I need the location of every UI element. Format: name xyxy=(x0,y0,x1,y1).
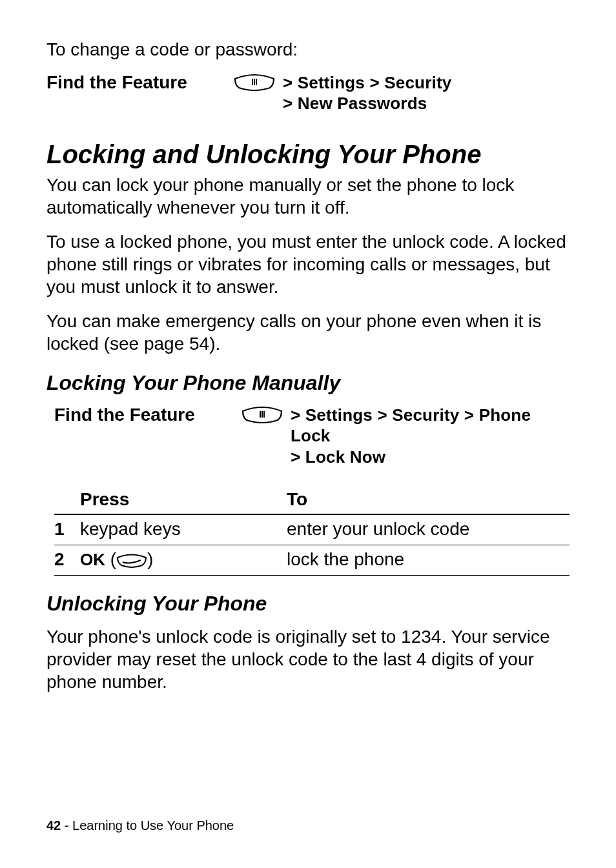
paren-open: ( xyxy=(105,549,116,569)
step-to: enter your unlock code xyxy=(287,514,570,545)
right-softkey-icon xyxy=(116,554,147,568)
step-press: OK ( ) xyxy=(80,545,287,576)
subsection-heading-locking-manually: Locking Your Phone Manually xyxy=(46,372,570,394)
find-feature-path: > Settings > Security > New Passwords xyxy=(234,72,570,114)
step-number: 2 xyxy=(54,545,80,576)
find-feature-label: Find the Feature xyxy=(54,405,241,425)
page-footer: 42 - Learning to Use Your Phone xyxy=(46,818,234,833)
subsection-heading-unlocking: Unlocking Your Phone xyxy=(46,592,570,615)
find-feature-path: > Settings > Security > Phone Lock > Loc… xyxy=(241,405,570,468)
footer-sep: - xyxy=(61,818,72,833)
menu-path-line2: > New Passwords xyxy=(283,93,451,114)
section-heading-locking-unlocking: Locking and Unlocking Your Phone xyxy=(46,140,570,168)
menu-path-text: > Settings > Security > Phone Lock > Loc… xyxy=(291,405,570,468)
steps-table: Press To 1 keypad keys enter your unlock… xyxy=(54,487,570,576)
step-number: 1 xyxy=(54,514,80,545)
page-number: 42 xyxy=(46,818,61,833)
step-press: keypad keys xyxy=(80,514,287,545)
section1-p2: To use a locked phone, you must enter th… xyxy=(46,230,570,298)
find-feature-label: Find the Feature xyxy=(46,72,234,93)
menu-path-line1: > Settings > Security xyxy=(283,73,451,92)
section1-p1: You can lock your phone manually or set … xyxy=(46,174,570,219)
menu-path-line2: > Lock Now xyxy=(291,447,570,468)
menu-key-icon xyxy=(241,406,283,427)
menu-path-line1: > Settings > Security > Phone Lock xyxy=(291,405,531,446)
step-to: lock the phone xyxy=(287,545,570,576)
table-header-row: Press To xyxy=(54,487,570,514)
document-page: To change a code or password: Find the F… xyxy=(0,0,616,868)
table-head-to: To xyxy=(287,487,570,514)
menu-path-text: > Settings > Security > New Passwords xyxy=(283,72,451,114)
table-row: 1 keypad keys enter your unlock code xyxy=(54,514,570,545)
find-feature-block-2: Find the Feature > Settings > Security >… xyxy=(54,405,570,468)
menu-key-icon xyxy=(234,74,275,94)
subsection2-p1: Your phone's unlock code is originally s… xyxy=(46,625,570,693)
section1-p3: You can make emergency calls on your pho… xyxy=(46,310,570,355)
find-feature-block-1: Find the Feature > Settings > Security >… xyxy=(46,72,570,114)
table-head-empty xyxy=(54,487,80,514)
footer-title: Learning to Use Your Phone xyxy=(72,818,234,833)
intro-paragraph: To change a code or password: xyxy=(46,39,570,61)
table-head-press: Press xyxy=(80,487,287,514)
ok-softkey-label: OK xyxy=(80,550,105,569)
paren-close: ) xyxy=(147,549,153,569)
table-row: 2 OK ( ) lock the phone xyxy=(54,545,570,576)
